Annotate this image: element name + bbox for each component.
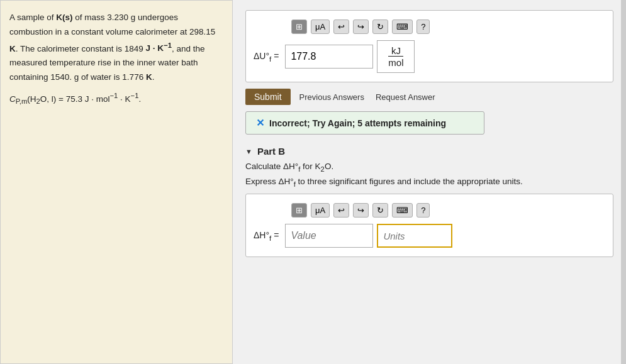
previous-answers-link[interactable]: Previous Answers — [299, 92, 364, 102]
formula-label: C — [9, 94, 16, 104]
part-b-input-row: ΔH°f = — [254, 224, 605, 248]
sup-mol: −1 — [110, 92, 118, 99]
part-b-desc2: Express ΔH°f to three significant figure… — [245, 177, 613, 188]
part-b-units-input[interactable] — [377, 224, 452, 248]
part-a-units-box: kJ mol — [377, 40, 415, 73]
part-b-label: Part B — [257, 146, 285, 157]
submit-button[interactable]: Submit — [245, 89, 291, 105]
part-b-equation-label: ΔH°f = — [254, 230, 279, 242]
part-a-equation-label: ΔU°f = — [254, 51, 279, 63]
refresh-icon: ↻ — [377, 22, 384, 31]
problem-text: A sample of K(s) of mass 3.230 g undergo… — [9, 11, 223, 108]
redo-button[interactable]: ↪ — [353, 19, 369, 34]
mu-icon: μΑ — [315, 22, 325, 31]
keyboard-button-b[interactable]: ⌨ — [392, 203, 413, 218]
sub-pm: P,m — [16, 97, 28, 105]
sup-neg1: −1 — [164, 41, 172, 49]
help-button-a[interactable]: ? — [416, 19, 430, 34]
help-button-b[interactable]: ? — [416, 203, 430, 218]
sub-2: 2 — [36, 97, 40, 105]
redo-icon-b: ↪ — [357, 206, 364, 215]
sup-k: −1 — [131, 92, 139, 99]
help-icon-b: ? — [421, 206, 425, 215]
part-a-toolbar: ⊞ μΑ ↩ ↪ ↻ ⌨ ? — [254, 19, 605, 34]
refresh-icon-b: ↻ — [377, 206, 384, 215]
problem-panel: A sample of K(s) of mass 3.230 g undergo… — [0, 0, 233, 364]
keyboard-button[interactable]: ⌨ — [392, 19, 413, 34]
redo-icon: ↪ — [357, 22, 364, 31]
incorrect-box: ✕ Incorrect; Try Again; 5 attempts remai… — [245, 111, 484, 135]
refresh-button-b[interactable]: ↻ — [372, 203, 388, 218]
incorrect-message: Incorrect; Try Again; 5 attempts remaini… — [269, 118, 446, 128]
undo-button[interactable]: ↩ — [333, 19, 349, 34]
undo-icon: ↩ — [338, 22, 345, 31]
k1-bold: K — [9, 43, 16, 53]
mu-button-b[interactable]: μΑ — [311, 203, 330, 218]
part-a-submit-row: Submit Previous Answers Request Answer — [245, 89, 613, 105]
scrollbar[interactable] — [621, 0, 626, 364]
grid-button-b[interactable]: ⊞ — [291, 203, 307, 218]
grid-icon-b: ⊞ — [296, 206, 303, 215]
units-top: kJ — [391, 45, 401, 56]
mu-button[interactable]: μΑ — [311, 19, 330, 34]
collapse-triangle-icon[interactable]: ▼ — [245, 148, 252, 155]
request-answer-link[interactable]: Request Answer — [376, 92, 435, 102]
refresh-button[interactable]: ↻ — [372, 19, 388, 34]
x-icon: ✕ — [256, 117, 264, 129]
help-icon-a: ? — [421, 22, 425, 31]
part-a-input-row: ΔU°f = kJ mol — [254, 40, 605, 73]
part-b-header: ▼ Part B — [245, 146, 613, 157]
right-panel: ⊞ μΑ ↩ ↪ ↻ ⌨ ? — [233, 0, 626, 364]
part-b-toolbar: ⊞ μΑ ↩ ↪ ↻ ⌨ ? — [254, 203, 605, 218]
part-b-value-input[interactable] — [285, 224, 373, 248]
undo-icon-b: ↩ — [338, 206, 345, 215]
grid-icon: ⊞ — [296, 22, 303, 31]
part-b-answer-box: ⊞ μΑ ↩ ↪ ↻ ⌨ ? — [245, 194, 613, 257]
keyboard-icon-b: ⌨ — [396, 206, 408, 215]
part-b-desc1: Calculate ΔH°f for K2O. — [245, 162, 613, 173]
part-a-value-input[interactable] — [285, 45, 373, 69]
undo-button-b[interactable]: ↩ — [333, 203, 349, 218]
grid-button[interactable]: ⊞ — [291, 19, 307, 34]
keyboard-icon: ⌨ — [396, 22, 408, 31]
part-a-answer-box: ⊞ μΑ ↩ ↪ ↻ ⌨ ? — [245, 10, 613, 82]
mu-icon-b: μΑ — [315, 206, 325, 215]
j-k-bold: J · K−1 — [146, 43, 172, 53]
k2-bold: K — [146, 72, 152, 82]
units-bottom: mol — [388, 56, 403, 68]
redo-button-b[interactable]: ↪ — [353, 203, 369, 218]
ks-bold: K(s) — [56, 13, 72, 22]
